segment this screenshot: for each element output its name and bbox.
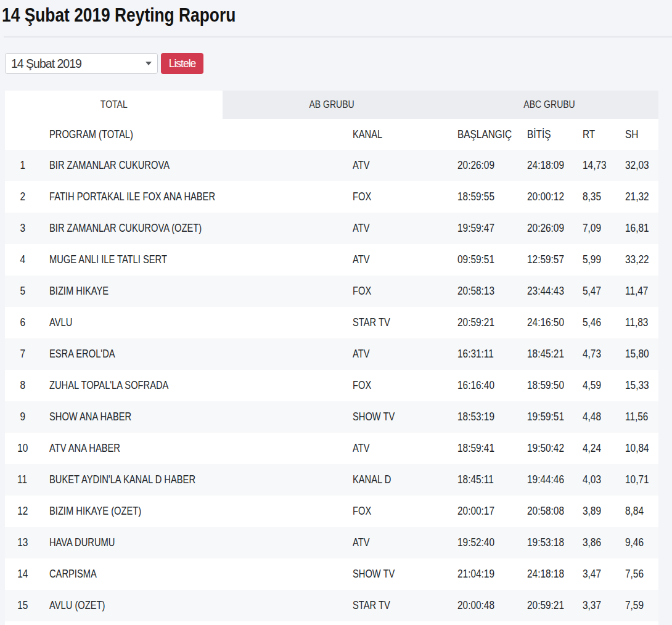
sh-cell-text: 16,81 bbox=[625, 222, 649, 235]
sh-cell-text: 15,33 bbox=[625, 379, 649, 392]
kanal-cell-text: ATV bbox=[353, 348, 370, 361]
table-row: 10 ATV ANA HABER ATV 18:59:41 19:50:42 4… bbox=[5, 433, 658, 464]
program-cell: BIR ZAMANLAR CUKUROVA (OZET) bbox=[40, 222, 343, 235]
sh-cell-text: 9,46 bbox=[625, 536, 644, 549]
table-row: 8 ZUHAL TOPAL'LA SOFRADA FOX 16:16:40 18… bbox=[5, 370, 658, 401]
program-cell-text: AVLU bbox=[49, 316, 72, 329]
program-cell-text: AVLU (OZET) bbox=[49, 599, 105, 612]
table-row: 6 AVLU STAR TV 20:59:21 24:16:50 5,46 11… bbox=[5, 307, 658, 338]
baslangic-cell: 21:04:19 bbox=[448, 568, 518, 581]
kanal-cell: ATV bbox=[343, 348, 448, 361]
program-cell-text: BIZIM HIKAYE bbox=[49, 285, 109, 298]
bitis-cell-text: 20:58:08 bbox=[527, 505, 564, 518]
kanal-cell-text: ATV bbox=[353, 253, 370, 266]
table-header-row: PROGRAM (TOTAL) KANAL BAŞLANGIÇ BİTİŞ RT… bbox=[5, 119, 658, 150]
bitis-cell-text: 12:59:57 bbox=[527, 253, 564, 266]
sh-cell-text: 7,59 bbox=[625, 599, 644, 612]
program-cell: BIR ZAMANLAR CUKUROVA bbox=[40, 159, 343, 172]
baslangic-cell-text: 20:58:13 bbox=[457, 285, 494, 298]
kanal-cell: KANAL D bbox=[343, 473, 448, 486]
sh-cell: 10,84 bbox=[616, 442, 658, 455]
program-cell-text: BIR ZAMANLAR CUKUROVA bbox=[49, 159, 170, 172]
tab-ab-grubu[interactable]: AB GRUBU bbox=[223, 91, 440, 120]
bitis-cell-text: 24:18:09 bbox=[527, 159, 564, 172]
table-row: 13 HAVA DURUMU ATV 19:52:40 19:53:18 3,8… bbox=[5, 527, 658, 558]
sh-cell-text: 11,56 bbox=[625, 411, 648, 423]
kanal-cell-text: ATV bbox=[353, 536, 370, 549]
bitis-cell: 19:50:42 bbox=[518, 442, 573, 455]
sh-cell: 10,71 bbox=[616, 473, 658, 486]
kanal-cell-text: ATV bbox=[353, 222, 370, 235]
rt-cell-text: 5,99 bbox=[583, 253, 601, 266]
bitis-cell: 20:26:09 bbox=[518, 222, 573, 235]
bitis-cell-text: 20:26:09 bbox=[527, 222, 564, 235]
baslangic-cell-text: 18:59:55 bbox=[457, 190, 494, 203]
baslangic-cell-text: 21:04:19 bbox=[457, 568, 494, 581]
program-cell-text: CARPISMA bbox=[49, 568, 97, 581]
page-title-text: 14 Şubat 2019 Reyting Raporu bbox=[2, 4, 236, 27]
baslangic-cell-text: 16:16:40 bbox=[457, 379, 494, 392]
kanal-cell: ATV bbox=[343, 253, 448, 266]
rt-cell-text: 7,09 bbox=[583, 222, 601, 235]
kanal-cell: SHOW TV bbox=[343, 568, 448, 581]
sh-cell: 9,46 bbox=[616, 536, 658, 549]
program-cell: ATV ANA HABER bbox=[40, 442, 343, 455]
kanal-cell: FOX bbox=[343, 505, 448, 518]
column-header-rt: RT bbox=[573, 128, 616, 141]
program-cell: ESRA EROL'DA bbox=[40, 348, 343, 361]
rt-cell-text: 3,37 bbox=[583, 599, 601, 612]
baslangic-cell: 18:53:19 bbox=[448, 411, 518, 423]
rt-cell: 4,24 bbox=[573, 442, 616, 455]
table-row: 12 BIZIM HIKAYE (OZET) FOX 20:00:17 20:5… bbox=[5, 496, 658, 527]
program-cell: AVLU (OZET) bbox=[40, 599, 343, 612]
table-row-partial bbox=[5, 621, 658, 625]
program-cell-text: FATIH PORTAKAL ILE FOX ANA HABER bbox=[49, 190, 215, 203]
rank-cell: 8 bbox=[5, 379, 40, 392]
program-cell-text: BIR ZAMANLAR CUKUROVA (OZET) bbox=[49, 222, 202, 235]
sh-cell: 15,33 bbox=[616, 379, 658, 392]
bitis-cell-text: 23:44:43 bbox=[527, 285, 564, 298]
program-cell-text: ATV ANA HABER bbox=[49, 442, 120, 455]
baslangic-cell: 20:59:21 bbox=[448, 316, 518, 329]
table-row: 4 MUGE ANLI ILE TATLI SERT ATV 09:59:51 … bbox=[5, 244, 658, 276]
baslangic-cell: 20:58:13 bbox=[448, 285, 518, 298]
sh-cell: 21,32 bbox=[616, 190, 658, 203]
date-select[interactable]: 14 Şubat 2019 bbox=[5, 53, 158, 74]
rank-cell: 3 bbox=[5, 222, 40, 235]
baslangic-cell: 09:59:51 bbox=[448, 253, 518, 266]
program-cell: AVLU bbox=[40, 316, 343, 329]
rt-cell: 8,35 bbox=[573, 190, 616, 203]
tab-bar: TOTAL AB GRUBU ABC GRUBU bbox=[5, 91, 658, 120]
baslangic-cell-text: 16:31:11 bbox=[457, 348, 494, 361]
rank-cell: 6 bbox=[5, 316, 40, 329]
rank-cell-text: 1 bbox=[20, 159, 25, 172]
title-divider bbox=[4, 36, 672, 38]
rt-cell: 7,09 bbox=[573, 222, 616, 235]
rank-cell-text: 3 bbox=[20, 222, 25, 235]
tab-abc-grubu[interactable]: ABC GRUBU bbox=[441, 91, 658, 120]
listele-button[interactable]: Listele bbox=[161, 53, 203, 74]
tab-abc-grubu-label: ABC GRUBU bbox=[524, 99, 575, 110]
rt-cell-text: 4,48 bbox=[583, 411, 601, 423]
rt-cell: 14,73 bbox=[573, 159, 616, 172]
sh-cell-text: 8,84 bbox=[625, 505, 644, 518]
bitis-cell: 23:44:43 bbox=[518, 285, 573, 298]
rt-cell-text: 3,86 bbox=[583, 536, 601, 549]
bitis-cell-text: 20:00:12 bbox=[527, 190, 564, 203]
rt-cell: 3,86 bbox=[573, 536, 616, 549]
baslangic-cell-text: 20:00:48 bbox=[457, 599, 494, 612]
table-row: 1 BIR ZAMANLAR CUKUROVA ATV 20:26:09 24:… bbox=[5, 150, 658, 181]
column-header-rt-label: RT bbox=[583, 128, 595, 141]
program-cell: MUGE ANLI ILE TATLI SERT bbox=[40, 253, 343, 266]
baslangic-cell-text: 20:00:17 bbox=[457, 505, 494, 518]
tab-total[interactable]: TOTAL bbox=[5, 91, 223, 120]
rank-cell-text: 13 bbox=[17, 536, 28, 549]
rank-cell-text: 9 bbox=[20, 411, 25, 423]
column-header-sh: SH bbox=[616, 128, 658, 141]
rt-cell-text: 5,47 bbox=[583, 285, 601, 298]
rt-cell-text: 4,73 bbox=[583, 348, 601, 361]
program-cell: ZUHAL TOPAL'LA SOFRADA bbox=[40, 379, 343, 392]
bitis-cell-text: 24:18:18 bbox=[527, 568, 564, 581]
sh-cell: 32,03 bbox=[616, 159, 658, 172]
rt-cell-text: 4,03 bbox=[583, 473, 601, 486]
